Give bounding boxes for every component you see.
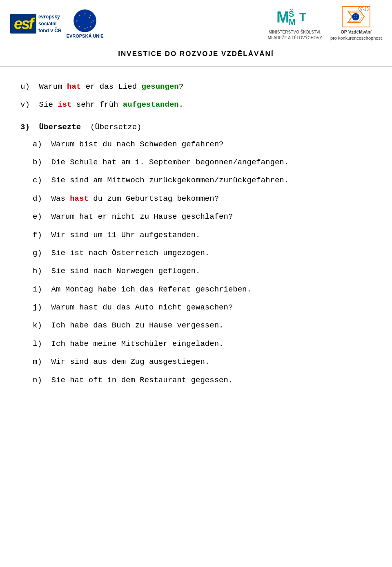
- logo-msmt: M Š M T MINISTERSTVO ŠKOLSTVÍ,MLÁDEŽE A …: [268, 7, 322, 41]
- logo-group-right: M Š M T MINISTERSTVO ŠKOLSTVÍ,MLÁDEŽE A …: [268, 6, 382, 42]
- logo-eu: ★ ★ ★ ★ ★ ★ ★ ★ ★ ★ ★ ★ EVROPSKÁ UNIE: [67, 9, 104, 38]
- eu-label: EVROPSKÁ UNIE: [67, 34, 104, 38]
- line-e: e) Warum hat er nicht zu Hause geschlafe…: [33, 211, 372, 223]
- word-gesungen: gesungen: [141, 82, 178, 91]
- svg-text:★ ★: ★ ★: [354, 15, 357, 16]
- word-ist: ist: [58, 100, 71, 109]
- main-content: u) Warum hat er das Lied gesungen? v) Si…: [0, 71, 392, 404]
- page-title: INVESTICE DO ROZVOJE VZDĚLÁVÁNÍ: [0, 44, 392, 67]
- svg-text:★ ★: ★ ★: [354, 17, 357, 18]
- line-m: m) Wir sind aus dem Zug ausgestiegen.: [33, 356, 372, 368]
- line-b: b) Die Schule hat am 1. September begonn…: [33, 156, 372, 168]
- word-hast: hast: [70, 194, 89, 203]
- svg-text:Š: Š: [289, 9, 295, 18]
- svg-text:★: ★: [90, 21, 92, 24]
- logo-esf: esf evropskýsociálnífond v ČR: [10, 13, 62, 34]
- op-box: 07-13 ★ ★ ★ ★: [342, 6, 370, 27]
- svg-text:★: ★: [87, 26, 89, 29]
- line-g: g) Sie ist nach Österreich umgezogen.: [33, 247, 372, 259]
- section-3-label: 3) Übersezte: [20, 123, 81, 132]
- line-u: u) Warum hat er das Lied gesungen?: [20, 81, 372, 93]
- line-h: h) Sie sind nach Norwegen geflogen.: [33, 265, 372, 277]
- msmt-icon: M Š M T: [276, 7, 313, 29]
- section-3-header: 3) Übersezte (Übersetze): [20, 123, 372, 132]
- esf-text: evropskýsociálnífond v ČR: [38, 13, 62, 34]
- logo-group-left: esf evropskýsociálnífond v ČR ★ ★ ★ ★ ★ …: [10, 9, 104, 38]
- header-logos: esf evropskýsociálnífond v ČR ★ ★ ★ ★ ★ …: [0, 0, 392, 44]
- svg-text:M: M: [276, 9, 290, 26]
- svg-text:★: ★: [84, 13, 86, 16]
- op-text: OP Vzdělávánípro konkurenceschopnost: [330, 29, 382, 42]
- line-c: c) Sie sind am Mittwoch zurückgekommen/z…: [33, 174, 372, 186]
- word-hat-u: hat: [67, 82, 81, 91]
- logo-op: 07-13 ★ ★ ★ ★ OP Vzdělávánípro konkurenc…: [330, 6, 382, 42]
- line-d: d) Was hast du zum Geburtstag bekommen?: [33, 193, 372, 205]
- msmt-svg: M Š M T: [276, 7, 313, 27]
- word-aufgestanden: aufgestanden: [123, 100, 179, 109]
- line-l: l) Ich habe meine Mitschüler eingeladen.: [33, 338, 372, 350]
- line-j: j) Warum hast du das Auto nicht gewasche…: [33, 301, 372, 314]
- svg-text:M: M: [289, 18, 296, 27]
- svg-text:T: T: [299, 11, 307, 23]
- op-year: 07-13: [358, 7, 369, 11]
- line-f: f) Wir sind um 11 Uhr aufgestanden.: [33, 229, 372, 241]
- line-k: k) Ich habe das Buch zu Hause vergessen.: [33, 319, 372, 332]
- msmt-text: MINISTERSTVO ŠKOLSTVÍ,MLÁDEŽE A TĚLOVÝCH…: [268, 29, 322, 41]
- line-a: a) Warum bist du nach Schweden gefahren?: [33, 138, 372, 150]
- eu-flag-svg: ★ ★ ★ ★ ★ ★ ★ ★ ★ ★ ★ ★: [73, 9, 97, 33]
- line-i: i) Am Montag habe ich das Referat geschr…: [33, 283, 372, 296]
- line-v: v) Sie ist sehr früh aufgestanden.: [20, 99, 372, 111]
- line-n: n) Sie hat oft in dem Restaurant gegesse…: [33, 374, 372, 386]
- esf-badge: esf: [10, 14, 36, 34]
- svg-text:★: ★: [89, 16, 90, 19]
